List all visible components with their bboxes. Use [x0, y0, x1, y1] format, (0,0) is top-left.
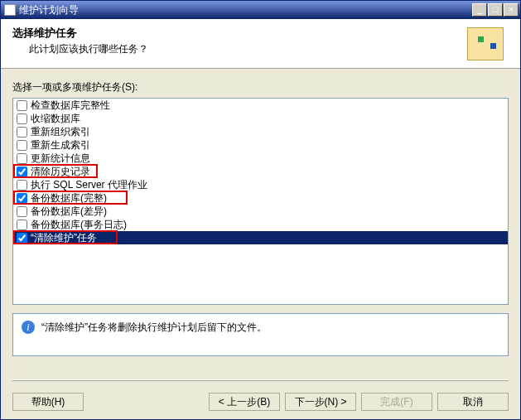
finish-button[interactable]: 完成(F): [361, 393, 432, 411]
task-row[interactable]: 备份数据库(事务日志): [13, 218, 508, 231]
task-row[interactable]: 清除历史记录: [13, 165, 508, 178]
description-panel: i “清除维护”任务将删除执行维护计划后留下的文件。: [12, 313, 509, 356]
task-label: 更新统计信息: [31, 152, 90, 166]
wizard-header: 选择维护任务 此计划应该执行哪些任务？: [1, 19, 520, 69]
task-checkbox[interactable]: [17, 100, 27, 111]
wizard-icon: [467, 27, 504, 60]
task-checkbox[interactable]: [17, 127, 27, 138]
titlebar: 维护计划向导 _ □ ×: [1, 1, 520, 19]
task-row[interactable]: 收缩数据库: [13, 112, 508, 125]
task-label: 备份数据库(完整): [31, 191, 107, 205]
app-icon: [4, 4, 16, 16]
task-row[interactable]: 重新生成索引: [13, 138, 508, 152]
task-row[interactable]: 更新统计信息: [13, 152, 508, 165]
header-subtitle: 此计划应该执行哪些任务？: [12, 42, 509, 56]
task-label: 重新组织索引: [31, 125, 90, 139]
help-button[interactable]: 帮助(H): [12, 393, 84, 411]
back-button[interactable]: < 上一步(B): [209, 393, 280, 411]
dialog-window: 维护计划向导 _ □ × 选择维护任务 此计划应该执行哪些任务？ 选择一项或多项…: [0, 0, 521, 420]
task-checkbox[interactable]: [17, 220, 27, 230]
instruction-label: 选择一项或多项维护任务(S):: [12, 80, 509, 94]
header-title: 选择维护任务: [12, 26, 509, 41]
next-button[interactable]: 下一步(N) >: [285, 393, 356, 411]
task-label: 收缩数据库: [31, 112, 80, 126]
footer: 帮助(H) < 上一步(B) 下一步(N) > 完成(F) 取消: [1, 393, 520, 411]
close-button[interactable]: ×: [504, 3, 519, 17]
task-label: “清除维护”任务: [31, 231, 97, 245]
task-checkbox[interactable]: [17, 206, 27, 217]
task-row[interactable]: 执行 SQL Server 代理作业: [13, 178, 508, 191]
task-checkbox[interactable]: [17, 193, 27, 204]
task-checkbox[interactable]: [17, 113, 27, 124]
task-label: 备份数据库(事务日志): [31, 218, 127, 232]
task-label: 清除历史记录: [31, 165, 90, 179]
task-checkbox[interactable]: [17, 167, 27, 177]
task-label: 备份数据库(差异): [31, 205, 107, 219]
task-row[interactable]: 检查数据库完整性: [13, 99, 508, 112]
separator: [12, 379, 509, 381]
task-row[interactable]: “清除维护”任务: [13, 231, 508, 244]
task-label: 检查数据库完整性: [31, 99, 110, 113]
cancel-button[interactable]: 取消: [437, 393, 509, 411]
task-row[interactable]: 备份数据库(完整): [13, 191, 508, 205]
task-label: 重新生成索引: [31, 138, 90, 152]
task-checkbox[interactable]: [17, 233, 27, 244]
task-checkbox[interactable]: [17, 153, 27, 164]
task-checkbox[interactable]: [17, 180, 27, 191]
maximize-button[interactable]: □: [488, 3, 503, 17]
info-icon: i: [22, 321, 35, 334]
task-listbox[interactable]: 检查数据库完整性收缩数据库重新组织索引重新生成索引更新统计信息清除历史记录执行 …: [12, 98, 509, 305]
task-row[interactable]: 重新组织索引: [13, 125, 508, 138]
task-checkbox[interactable]: [17, 140, 27, 151]
minimize-button[interactable]: _: [472, 3, 487, 17]
description-text: “清除维护”任务将删除执行维护计划后留下的文件。: [41, 321, 267, 335]
task-label: 执行 SQL Server 代理作业: [31, 178, 147, 192]
window-title: 维护计划向导: [19, 3, 79, 17]
task-row[interactable]: 备份数据库(差异): [13, 205, 508, 218]
